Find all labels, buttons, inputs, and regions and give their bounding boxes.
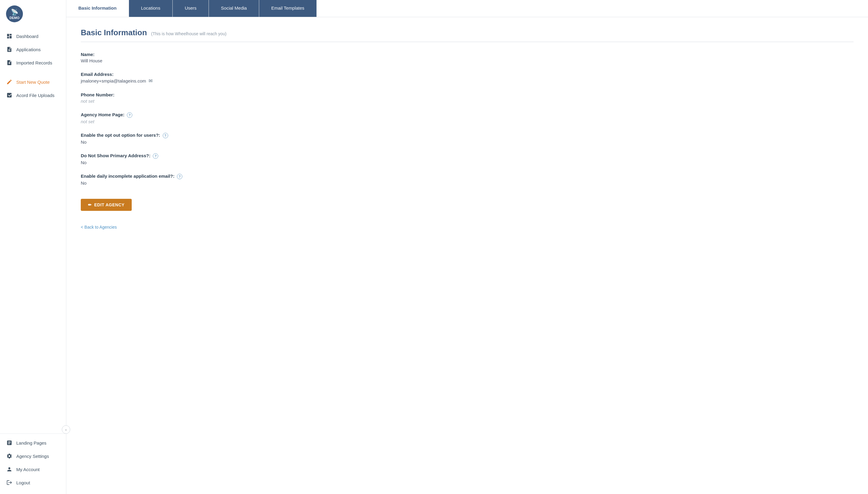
edit-agency-label: EDIT AGENCY	[94, 203, 125, 207]
field-value-do-not-show: No	[81, 160, 292, 165]
field-name: Name: Will House	[81, 52, 292, 63]
field-label-phone-number: Phone Number:	[81, 92, 292, 97]
my-account-icon	[6, 466, 13, 473]
tab-social-media[interactable]: Social Media	[209, 0, 259, 17]
imported-records-icon	[6, 59, 13, 66]
info-section: Name: Will House Email Address: jmaloney…	[81, 52, 292, 230]
help-icon-enable-opt-out[interactable]: ?	[163, 133, 168, 138]
page-title: Basic Information	[81, 28, 147, 37]
tab-bar: Basic Information Locations Users Social…	[66, 0, 868, 17]
field-email-address: Email Address: jmaloney+smpia@talageins.…	[81, 72, 292, 84]
sidebar-item-agency-settings[interactable]: Agency Settings	[0, 450, 66, 463]
sidebar-item-imported-records[interactable]: Imported Records	[0, 56, 66, 69]
page-title-row: Basic Information (This is how Wheelhous…	[81, 28, 853, 42]
field-do-not-show-primary-address: Do Not Show Primary Address?: ? No	[81, 153, 292, 165]
back-to-agencies-link[interactable]: < Back to Agencies	[81, 225, 292, 230]
field-label-do-not-show: Do Not Show Primary Address?: ?	[81, 153, 292, 159]
field-label-enable-daily-incomplete: Enable daily incomplete application emai…	[81, 173, 292, 179]
sidebar-collapse-button[interactable]: ‹	[62, 425, 70, 434]
edit-pencil-icon: ✏	[88, 203, 92, 207]
logo-label: DEMO	[10, 16, 20, 20]
field-agency-home-page: Agency Home Page: ? not set	[81, 112, 292, 124]
applications-icon	[6, 46, 13, 53]
landing-pages-icon	[6, 439, 13, 446]
email-address-text: jmaloney+smpia@talageins.com	[81, 78, 146, 83]
tab-email-templates[interactable]: Email Templates	[259, 0, 317, 17]
chevron-left-icon: ‹	[66, 428, 67, 432]
sidebar-nav-bottom: Landing Pages Agency Settings My Account…	[0, 434, 66, 494]
help-icon-agency-home-page[interactable]: ?	[127, 112, 132, 118]
tabs-container: Basic Information Locations Users Social…	[66, 0, 868, 17]
field-value-enable-daily-incomplete: No	[81, 180, 292, 186]
field-label-name: Name:	[81, 52, 292, 57]
field-enable-daily-incomplete: Enable daily incomplete application emai…	[81, 173, 292, 186]
field-label-agency-home-page: Agency Home Page: ?	[81, 112, 292, 118]
edit-button-container: ✏ EDIT AGENCY	[81, 194, 292, 211]
acord-icon	[6, 92, 13, 98]
sidebar-item-start-new-quote[interactable]: Start New Quote	[0, 75, 66, 89]
sidebar-label-agency-settings: Agency Settings	[16, 454, 49, 459]
sidebar-label-imported-records: Imported Records	[16, 60, 52, 65]
sidebar-item-dashboard[interactable]: Dashboard	[0, 30, 66, 43]
tab-basic-information[interactable]: Basic Information	[66, 0, 129, 17]
sidebar-label-acord-file-uploads: Acord File Uploads	[16, 93, 55, 98]
sidebar-item-my-account[interactable]: My Account	[0, 463, 66, 476]
help-icon-do-not-show[interactable]: ?	[153, 153, 158, 159]
main-content: Basic Information Locations Users Social…	[66, 0, 868, 494]
logo-area[interactable]: 📡 DEMO	[0, 0, 66, 27]
tab-label-email-templates: Email Templates	[271, 5, 304, 11]
logout-icon	[6, 479, 13, 486]
dashboard-icon	[6, 33, 13, 39]
help-icon-enable-daily-incomplete[interactable]: ?	[177, 174, 182, 179]
envelope-icon: ✉	[149, 78, 152, 84]
sidebar-label-landing-pages: Landing Pages	[16, 440, 47, 445]
logo-button[interactable]: 📡 DEMO	[6, 5, 23, 22]
sidebar-item-acord-file-uploads[interactable]: Acord File Uploads	[0, 89, 66, 102]
page-subtitle: (This is how Wheelhouse will reach you)	[151, 31, 227, 36]
field-value-enable-opt-out: No	[81, 139, 292, 145]
sidebar-label-applications: Applications	[16, 47, 41, 52]
tab-label-users: Users	[185, 5, 197, 11]
sidebar-label-my-account: My Account	[16, 467, 40, 472]
content-area: Basic Information (This is how Wheelhous…	[66, 17, 868, 494]
tab-users[interactable]: Users	[173, 0, 209, 17]
tab-label-locations: Locations	[141, 5, 160, 11]
agency-settings-icon	[6, 453, 13, 459]
sidebar: 📡 DEMO Dashboard Applications Imported R…	[0, 0, 66, 494]
sidebar-label-start-new-quote: Start New Quote	[16, 79, 50, 84]
wifi-icon: 📡	[11, 8, 18, 16]
sidebar-item-logout[interactable]: Logout	[0, 476, 66, 489]
pencil-icon	[6, 79, 13, 85]
field-enable-opt-out: Enable the opt out option for users?: ? …	[81, 133, 292, 145]
sidebar-nav-top: Dashboard Applications Imported Records …	[0, 27, 66, 434]
field-value-name: Will House	[81, 58, 292, 63]
tab-label-social-media: Social Media	[221, 5, 247, 11]
field-value-email-address: jmaloney+smpia@talageins.com ✉	[81, 78, 292, 84]
field-label-enable-opt-out: Enable the opt out option for users?: ?	[81, 133, 292, 138]
sidebar-item-landing-pages[interactable]: Landing Pages	[0, 436, 66, 450]
tab-label-basic-information: Basic Information	[78, 5, 117, 11]
tab-locations[interactable]: Locations	[129, 0, 173, 17]
field-value-agency-home-page: not set	[81, 119, 292, 124]
field-label-email-address: Email Address:	[81, 72, 292, 77]
sidebar-label-logout: Logout	[16, 480, 30, 485]
sidebar-item-applications[interactable]: Applications	[0, 43, 66, 56]
field-phone-number: Phone Number: not set	[81, 92, 292, 103]
sidebar-label-dashboard: Dashboard	[16, 34, 38, 39]
field-value-phone-number: not set	[81, 98, 292, 103]
edit-agency-button[interactable]: ✏ EDIT AGENCY	[81, 199, 132, 211]
